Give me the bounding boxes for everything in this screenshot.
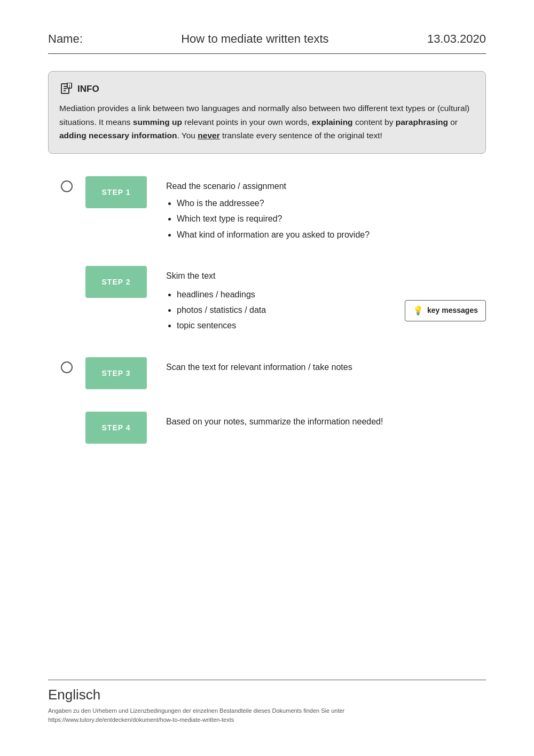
step-2-list-wrapper: headlines / headings photos / statistics… [166,287,394,335]
step-4-left [48,412,85,428]
page: Name: How to mediate written texts 13.03… [0,0,534,756]
footer-subject: Englisch [48,687,486,703]
name-label: Name: [48,32,83,46]
step-3-left [48,357,85,373]
step-2-row: STEP 2 Skim the text headlines / heading… [48,266,486,335]
step-3-badge: STEP 3 [85,357,147,389]
info-body: Mediation provides a link between two la… [59,101,474,143]
step-4-content: Based on your notes, summarize the infor… [166,412,486,432]
key-messages-badge: 💡 key messages [405,300,486,321]
steps-container: STEP 1 Read the scenario / assignment Wh… [48,176,486,466]
list-item: What kind of information are you asked t… [177,228,486,242]
step-2-badge: STEP 2 [85,266,147,298]
header: Name: How to mediate written texts 13.03… [48,32,486,54]
step-1-row: STEP 1 Read the scenario / assignment Wh… [48,176,486,244]
info-title: INFO [77,84,99,94]
info-box: i INFO Mediation provides a link between… [48,71,486,154]
list-item: Which text type is required? [177,212,486,226]
step-2-list-badge-row: headlines / headings photos / statistics… [166,287,486,335]
step-3-row: STEP 3 Scan the text for relevant inform… [48,357,486,389]
step-3-title: Scan the text for relevant information /… [166,360,486,374]
step-1-circle [61,180,73,192]
list-item: Who is the addressee? [177,196,486,210]
footer-rule [48,680,486,680]
step-1-content: Read the scenario / assignment Who is th… [166,176,486,244]
list-item: headlines / headings [177,288,394,302]
svg-rect-3 [64,90,66,91]
step-1-badge: STEP 1 [85,176,147,208]
step-4-title: Based on your notes, summarize the infor… [166,415,486,429]
step-1-title: Read the scenario / assignment [166,179,486,193]
step-2-title: Skim the text [166,269,486,283]
step-4-badge: STEP 4 [85,412,147,444]
step-3-circle [61,361,73,373]
step-3-content: Scan the text for relevant information /… [166,357,486,377]
svg-rect-2 [64,88,67,89]
footer-credits: Angaben zu den Urhebern und Lizenzbeding… [48,706,486,724]
page-title: How to mediate written texts [181,32,328,46]
info-icon: i [59,82,73,96]
lightbulb-icon: 💡 [413,304,423,318]
list-item: photos / statistics / data [177,303,394,317]
header-date: 13.03.2020 [427,32,486,46]
key-messages-label: key messages [427,304,478,317]
step-4-row: STEP 4 Based on your notes, summarize th… [48,412,486,444]
step-1-left [48,176,85,192]
step-2-content: Skim the text headlines / headings photo… [166,266,486,335]
svg-rect-1 [64,86,67,87]
step-1-list: Who is the addressee? Which text type is… [166,196,486,242]
step-2-list: headlines / headings photos / statistics… [166,288,394,333]
step-2-left [48,266,85,282]
info-header: i INFO [59,82,474,96]
svg-text:i: i [69,83,70,89]
list-item: topic sentences [177,319,394,333]
footer: Englisch Angaben zu den Urhebern und Liz… [48,680,486,724]
